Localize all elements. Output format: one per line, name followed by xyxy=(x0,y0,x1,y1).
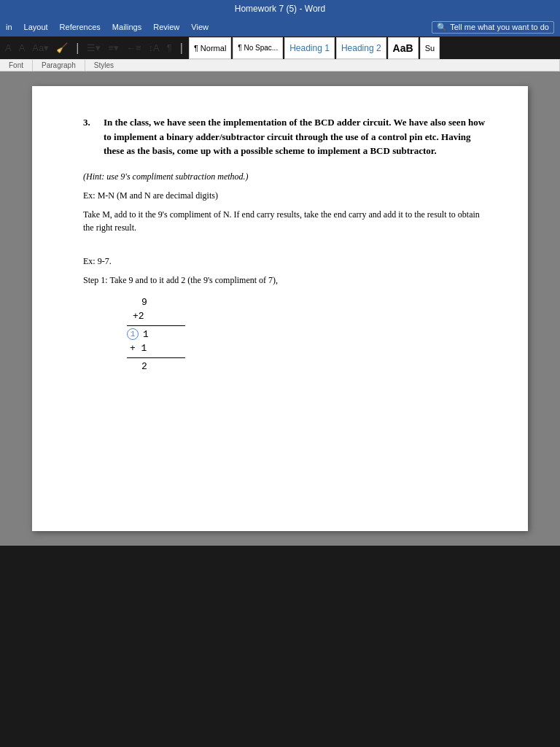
bottom-black-area xyxy=(0,546,560,735)
question-number: 3. xyxy=(83,115,98,158)
ribbon-labels: Font Paragraph Styles xyxy=(0,60,560,71)
style-subtitle-label: Su xyxy=(425,44,435,53)
style-title[interactable]: AaB xyxy=(388,37,419,59)
menu-bar: in Layout References Mailings Review Vie… xyxy=(0,18,560,36)
list-btn[interactable]: ☰▾ xyxy=(85,42,103,54)
style-no-spac[interactable]: ¶ No Spac... xyxy=(233,37,283,59)
style-heading2-label: Heading 2 xyxy=(341,43,381,53)
addition-block: 9 +2 1 1 + 1 2 xyxy=(127,295,491,374)
word-page[interactable]: 3. In the class, we have seen the implem… xyxy=(32,86,528,531)
num2: +2 xyxy=(127,309,491,324)
menu-item-in[interactable]: in xyxy=(6,23,12,31)
font-size-increase[interactable]: A xyxy=(17,42,28,54)
question-text: In the class, we have seen the implement… xyxy=(104,115,491,158)
menu-item-view[interactable]: View xyxy=(191,23,209,31)
style-heading1-label: Heading 1 xyxy=(289,43,330,53)
menu-item-mailings[interactable]: Mailings xyxy=(112,23,141,31)
menu-item-references[interactable]: References xyxy=(60,23,101,31)
plus-one: + 1 xyxy=(127,341,491,356)
font-label: Font xyxy=(0,60,33,71)
font-dropdown[interactable]: Aa▾ xyxy=(30,42,51,54)
font-size-decrease[interactable]: A xyxy=(3,42,14,54)
sort-btn[interactable]: ↕A xyxy=(147,42,162,54)
style-normal[interactable]: ¶ Normal xyxy=(189,37,231,59)
example-num: Ex: 9-7. xyxy=(83,255,491,268)
num1: 9 xyxy=(127,295,491,310)
menu-item-review[interactable]: Review xyxy=(153,23,179,31)
hint-text: (Hint: use 9's compliment subtraction me… xyxy=(83,170,491,183)
body-text: Take M, add to it the 9's compliment of … xyxy=(83,208,491,234)
ribbon-font-row: A A Aa▾ 🧹 | ☰▾ ≡▾ ←≡ ↕A ¶ | ¶ Normal ¶ N… xyxy=(0,36,560,60)
divider1 xyxy=(127,325,185,326)
search-placeholder: Tell me what you want to do xyxy=(450,23,549,31)
divider2 xyxy=(127,357,185,358)
outdent-btn[interactable]: ←≡ xyxy=(124,42,144,54)
style-normal-label: ¶ Normal xyxy=(194,44,226,53)
result1-val: 1 xyxy=(143,328,149,342)
style-heading1[interactable]: Heading 1 xyxy=(284,37,335,59)
carry-circled: 1 xyxy=(127,328,139,340)
style-subtitle[interactable]: Su xyxy=(420,37,440,59)
step-text: Step 1: Take 9 and to it add 2 (the 9's … xyxy=(83,274,491,287)
question-block: 3. In the class, we have seen the implem… xyxy=(83,115,491,158)
pilcrow-btn[interactable]: ¶ xyxy=(165,42,174,54)
style-title-label: AaB xyxy=(393,42,413,54)
styles-label: Styles xyxy=(85,60,560,71)
final-result: 2 xyxy=(127,360,491,374)
menu-item-layout[interactable]: Layout xyxy=(24,23,48,31)
window-title: Homework 7 (5) - Word xyxy=(235,4,325,14)
tell-me-search[interactable]: 🔍 Tell me what you want to do xyxy=(432,21,554,34)
search-icon: 🔍 xyxy=(437,23,447,32)
result-row1: 1 1 xyxy=(127,328,491,342)
clear-format[interactable]: 🧹 xyxy=(54,42,70,54)
word-document-area: 3. In the class, we have seen the implem… xyxy=(0,71,560,546)
paragraph-label: Paragraph xyxy=(33,60,85,71)
ex-text: Ex: M-N (M and N are decimal digits) xyxy=(83,189,491,202)
style-no-spac-label: ¶ No Spac... xyxy=(238,44,278,52)
title-bar: Homework 7 (5) - Word xyxy=(0,0,560,18)
style-heading2[interactable]: Heading 2 xyxy=(336,37,386,59)
indent-btn[interactable]: ≡▾ xyxy=(106,42,121,54)
